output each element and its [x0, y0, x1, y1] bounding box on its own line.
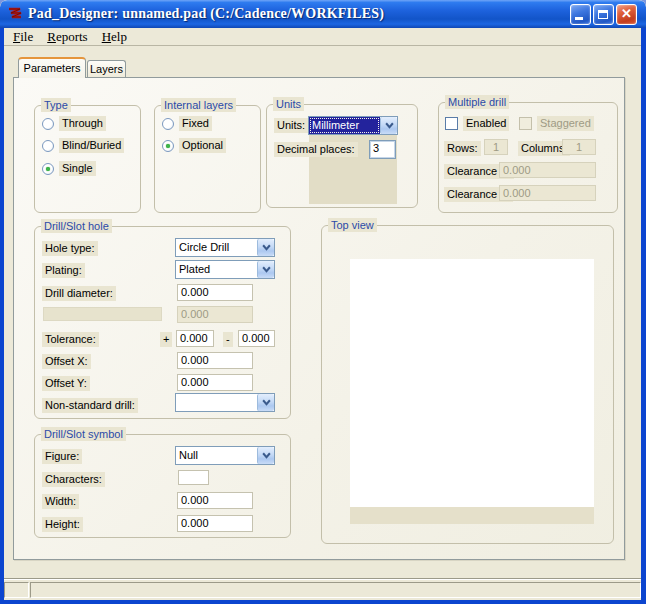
plating-label: Plating: [42, 263, 85, 278]
minimize-button[interactable] [570, 4, 591, 25]
group-top-view: Top view [321, 225, 614, 544]
group-units-title: Units [273, 97, 304, 111]
status-cell-left [4, 582, 29, 598]
radio-optional[interactable]: Optional [162, 138, 226, 153]
staggered-label: Staggered [537, 116, 594, 131]
radio-fixed[interactable]: Fixed [162, 116, 212, 131]
menu-reports[interactable]: Reports [44, 28, 96, 46]
app-icon [7, 6, 23, 22]
hole-type-select[interactable]: Circle Drill [175, 238, 275, 257]
figure-label: Figure: [42, 449, 82, 464]
chevron-down-icon [262, 244, 271, 251]
group-top-view-title: Top view [328, 218, 377, 232]
clearance-x-input: 0.000 [499, 162, 596, 178]
parameters-panel: Type Through Blind/Buried Single Interna… [13, 77, 625, 560]
checkbox-icon [445, 117, 458, 130]
radio-blind-buried[interactable]: Blind/Buried [42, 138, 124, 153]
maximize-icon [598, 10, 608, 19]
radio-button-icon [42, 118, 54, 130]
hole-type-select-value: Circle Drill [176, 239, 257, 256]
figure-select[interactable]: Null [175, 446, 275, 465]
group-units: Units Units: Millimeter Decimal places: … [266, 104, 418, 208]
menu-bar: File Reports Help [4, 28, 641, 46]
maximize-button[interactable] [593, 4, 614, 25]
window-border-right [641, 28, 646, 604]
tolerance-plus-input[interactable]: 0.000 [176, 330, 214, 347]
radio-blind-buried-label: Blind/Buried [59, 138, 124, 153]
window-title: Pad_Designer: unnamed.pad (C:/Cadence/WO… [28, 6, 384, 22]
minimize-icon [575, 17, 583, 20]
menu-help[interactable]: Help [99, 28, 136, 46]
status-cell-main [30, 582, 641, 598]
units-select-dropdown-button[interactable] [380, 117, 397, 134]
plating-dropdown-button[interactable] [257, 261, 274, 278]
radio-fixed-label: Fixed [179, 116, 212, 131]
group-drill-slot-symbol-title: Drill/Slot symbol [41, 427, 126, 441]
plating-select[interactable]: Plated [175, 260, 275, 279]
characters-input[interactable] [178, 470, 209, 485]
chevron-down-icon [262, 399, 271, 406]
enabled-label: Enabled [463, 116, 509, 131]
group-drill-slot-symbol: Drill/Slot symbol Figure: Null Character… [34, 434, 291, 538]
group-internal-layers-title: Internal layers [161, 98, 236, 112]
radio-button-icon [42, 140, 54, 152]
group-internal-layers: Internal layers Fixed Optional [154, 105, 261, 213]
group-type-title: Type [41, 98, 71, 112]
top-view-scroll-strip[interactable] [350, 507, 594, 524]
offset-y-input[interactable]: 0.000 [177, 374, 253, 391]
radio-single-label: Single [59, 161, 96, 176]
tab-layers[interactable]: Layers [87, 60, 126, 77]
group-multiple-drill-title: Multiple drill [445, 95, 509, 109]
non-standard-drill-select-value [176, 394, 257, 411]
drill-diameter-input[interactable]: 0.000 [177, 284, 253, 301]
staggered-checkbox: Staggered [519, 116, 594, 131]
group-drill-slot-hole: Drill/Slot hole Hole type: Circle Drill … [34, 226, 291, 419]
decimal-places-input[interactable]: 3 [369, 140, 396, 159]
figure-select-value: Null [176, 447, 257, 464]
height-input[interactable]: 0.000 [177, 515, 253, 532]
tab-parameters[interactable]: Parameters [18, 57, 86, 78]
status-separator [4, 578, 641, 580]
columns-input: 1 [562, 139, 596, 155]
tolerance-label: Tolerance: [42, 332, 99, 347]
rows-input: 1 [484, 139, 508, 155]
non-standard-drill-dropdown-button[interactable] [257, 394, 274, 411]
checkbox-icon [519, 117, 532, 130]
units-select[interactable]: Millimeter [308, 116, 398, 135]
tolerance-minus-input[interactable]: 0.000 [238, 330, 275, 347]
radio-through-label: Through [59, 116, 106, 131]
units-select-value: Millimeter [309, 117, 380, 134]
figure-dropdown-button[interactable] [257, 447, 274, 464]
hole-type-dropdown-button[interactable] [257, 239, 274, 256]
height-label: Height: [42, 517, 83, 532]
radio-through[interactable]: Through [42, 116, 106, 131]
radio-button-icon [42, 163, 54, 175]
clearance-y-input: 0.000 [499, 185, 596, 201]
radio-optional-label: Optional [179, 138, 226, 153]
menu-file[interactable]: File [10, 28, 42, 46]
close-icon: ✕ [617, 6, 636, 21]
pad-designer-window: Pad_Designer: unnamed.pad (C:/Cadence/WO… [0, 0, 646, 604]
characters-label: Characters: [42, 472, 105, 487]
enabled-checkbox[interactable]: Enabled [445, 116, 509, 131]
group-type: Type Through Blind/Buried Single [34, 105, 141, 213]
offset-x-input[interactable]: 0.000 [177, 352, 253, 369]
non-standard-drill-label: Non-standard drill: [42, 398, 138, 413]
close-button[interactable]: ✕ [616, 4, 637, 25]
top-view-canvas[interactable] [350, 259, 594, 507]
group-multiple-drill: Multiple drill Enabled Staggered Rows: 1… [438, 102, 618, 213]
secondary-diameter-input: 0.000 [177, 306, 253, 323]
chevron-down-icon [262, 266, 271, 273]
radio-button-icon [162, 118, 174, 130]
window-border-bottom [0, 600, 646, 604]
tolerance-minus-sign: - [223, 332, 233, 347]
units-label: Units: [274, 118, 308, 133]
non-standard-drill-select[interactable] [175, 393, 275, 412]
titlebar[interactable]: Pad_Designer: unnamed.pad (C:/Cadence/WO… [0, 0, 646, 28]
width-input[interactable]: 0.000 [177, 492, 253, 509]
decimal-places-label: Decimal places: [274, 142, 358, 157]
offset-y-label: Offset Y: [42, 376, 90, 391]
radio-single[interactable]: Single [42, 161, 96, 176]
radio-button-icon [162, 140, 174, 152]
chevron-down-icon [385, 122, 394, 129]
